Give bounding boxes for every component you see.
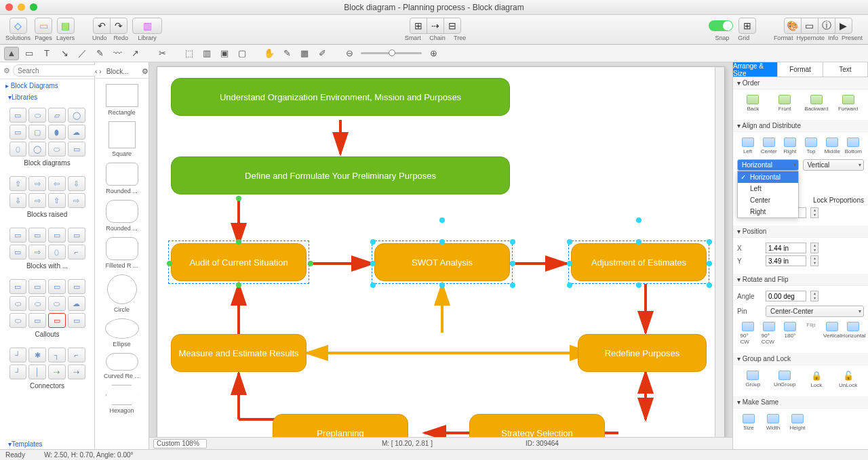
nav-block-diagrams[interactable]: ▸ Block Diagrams (0, 79, 94, 92)
rot-90ccw[interactable]: 90° CCW (762, 322, 776, 345)
tab-arrange[interactable]: Arrange & Size (733, 62, 778, 77)
pin-select[interactable]: Center-Center (766, 306, 864, 317)
align-right[interactable]: Right (783, 138, 797, 154)
angle-input[interactable] (766, 291, 806, 301)
solutions-button[interactable]: ◇ (9, 18, 27, 34)
shape-rectangle[interactable] (106, 84, 138, 107)
ungroup-btn[interactable]: UnGroup (777, 371, 792, 388)
y-input[interactable] (766, 255, 806, 266)
present-button[interactable]: ▶ (835, 18, 852, 34)
same-size[interactable]: Size (741, 414, 756, 431)
flip-v[interactable]: Vertical (825, 322, 840, 345)
node-understand[interactable]: Understand Organization Environment, Mis… (171, 78, 510, 116)
spline-tool[interactable]: 〰 (110, 47, 125, 60)
toback-tool[interactable]: ▢ (235, 47, 250, 60)
sec-makesame[interactable]: ▾ Make Same (733, 396, 868, 409)
unlock-btn[interactable]: 🔓UnLock (841, 371, 856, 388)
shape-square[interactable] (108, 121, 136, 148)
group-btn[interactable]: Group (745, 371, 760, 388)
align-center[interactable]: Center (762, 138, 776, 154)
node-measure[interactable]: Measure and Estimate Results (171, 334, 307, 372)
node-adjust[interactable]: Adjustment of Estimates (571, 243, 707, 281)
node-strategy[interactable]: Strategy Selection (469, 414, 605, 437)
layers-button[interactable]: ▤ (57, 18, 75, 34)
settings-icon[interactable]: ⚙ (3, 66, 10, 75)
smart-button[interactable]: ⊞ (410, 18, 427, 34)
same-height[interactable]: Height (790, 414, 805, 431)
align-top[interactable]: Top (804, 138, 818, 154)
pointer-tool[interactable]: ▲ (4, 47, 19, 60)
node-preplanning[interactable]: Preplanning (273, 414, 408, 437)
distribute-horizontal-select[interactable]: Horizontal Horizontal Left Center Right (737, 159, 799, 171)
gear-icon[interactable]: ⚙ (142, 67, 149, 76)
pages-button[interactable]: ▭ (35, 18, 52, 34)
chain-button[interactable]: ⇢ (427, 18, 444, 34)
crop-tool[interactable]: ▦ (297, 47, 312, 60)
ungroup-tool[interactable]: ▥ (199, 47, 214, 60)
y-stepper[interactable]: ▴▾ (810, 255, 818, 266)
node-swot[interactable]: SWOT Analysis (374, 243, 510, 281)
tree-button[interactable]: ⊟ (443, 18, 461, 34)
library-button[interactable]: ▥ (132, 18, 162, 34)
tab-format[interactable]: Format (778, 62, 823, 77)
tab-text[interactable]: Text (823, 62, 868, 77)
nav-templates[interactable]: ▾Templates (0, 439, 94, 449)
shape-tool[interactable]: ▭ (22, 47, 37, 60)
zoom-out-icon[interactable]: ⊖ (342, 47, 357, 60)
shape-circle[interactable] (107, 274, 137, 304)
fwd-icon[interactable]: › (99, 68, 101, 75)
scrollbar-v[interactable] (715, 67, 724, 437)
dd-opt-center[interactable]: Center (738, 194, 798, 206)
node-redefine[interactable]: Redefine Purposes (578, 334, 707, 372)
highlight-tool[interactable]: ✐ (315, 47, 330, 60)
format-button[interactable]: 🎨 (784, 18, 802, 34)
pen-tool[interactable]: ✎ (92, 47, 107, 60)
zoom-in-icon[interactable]: ⊕ (426, 47, 441, 60)
nav-libraries[interactable]: ▾Libraries (0, 92, 94, 102)
lib-block-diagrams[interactable]: ▭⬭▱◯▭▢⬮☁⬯◯⬭▭ Block diagrams (0, 102, 94, 171)
group-tool[interactable]: ⬚ (182, 47, 197, 60)
grid-button[interactable]: ⊞ (738, 18, 756, 34)
order-front[interactable]: Front (777, 95, 792, 112)
zoom-slider[interactable] (361, 52, 422, 54)
conn-tool[interactable]: ↘ (57, 47, 72, 60)
zoom-select[interactable]: Custom 108% (153, 439, 207, 448)
shape-filleted[interactable] (106, 237, 138, 260)
height-stepper[interactable]: ▴▾ (810, 207, 818, 218)
shape-hexagon[interactable] (106, 385, 138, 405)
order-backward[interactable]: Backward (809, 95, 824, 112)
distribute-vertical-select[interactable]: Vertical (803, 159, 865, 171)
dd-opt-left[interactable]: Left (738, 183, 798, 194)
order-forward[interactable]: Forward (841, 95, 856, 112)
lib-blocks-raised[interactable]: ⇧⇨⇦⇩⇩⇨⇧⇨ Blocks raised (0, 171, 94, 222)
sec-group[interactable]: ▾ Group and Lock (733, 353, 868, 365)
copystyle-tool[interactable]: ✂ (155, 47, 170, 60)
flip-h[interactable]: Horizontal (846, 322, 861, 345)
lock-btn[interactable]: 🔒Lock (809, 371, 824, 388)
align-middle[interactable]: Middle (825, 138, 840, 154)
back-icon[interactable]: ‹ (95, 68, 97, 75)
hand-tool[interactable]: ✋ (262, 47, 277, 60)
redo-button[interactable]: ↷ (110, 18, 127, 34)
info-button[interactable]: ⓘ (818, 18, 835, 34)
order-back[interactable]: Back (745, 95, 760, 112)
snap-toggle[interactable] (709, 20, 733, 31)
rot-90cw[interactable]: 90° CW (741, 322, 755, 345)
x-input[interactable] (766, 243, 806, 253)
arrow-tool[interactable]: ↗ (127, 47, 142, 60)
lib-connectors[interactable]: ┘✱┐⌐┘│⇢⇢ Connectors (0, 342, 94, 394)
text-tool[interactable]: T (39, 47, 54, 60)
eyedropper-tool[interactable]: ✎ (279, 47, 294, 60)
node-audit[interactable]: Audit of Current Situation (171, 243, 307, 281)
align-bottom[interactable]: Bottom (846, 138, 861, 154)
sec-order[interactable]: ▾ Order (733, 77, 868, 89)
lib-blocks-with[interactable]: ▭▭▭▭▭⇨⬯⌐ Blocks with ... (0, 222, 94, 274)
undo-button[interactable]: ↶ (93, 18, 111, 34)
node-define[interactable]: Define and Formulate Your Preliminary Pu… (171, 156, 510, 194)
same-width[interactable]: Width (766, 414, 781, 431)
align-left[interactable]: Left (741, 138, 755, 154)
shape-rounded2[interactable] (106, 200, 138, 223)
breadcrumb[interactable]: Block... (104, 68, 140, 75)
hypernote-button[interactable]: ▭ (801, 18, 818, 34)
shape-ellipse[interactable] (105, 318, 139, 339)
